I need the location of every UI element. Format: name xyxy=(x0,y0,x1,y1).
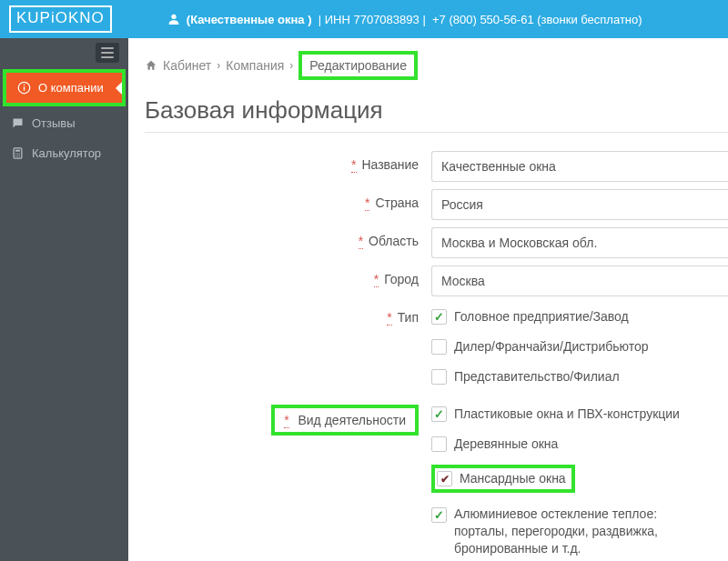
svg-point-7 xyxy=(17,154,18,155)
form-row-activity: * Вид деятельности Пластиковые окна и ПВ… xyxy=(145,401,728,561)
logo[interactable]: KUPiOKNO xyxy=(9,5,112,33)
checkbox-label: Дилер/Франчайзи/Дистрибьютор xyxy=(454,338,649,356)
header-sep: | xyxy=(312,13,325,26)
country-input[interactable] xyxy=(431,189,728,220)
checkbox[interactable] xyxy=(431,369,447,385)
hamburger-icon[interactable] xyxy=(96,43,119,63)
user-icon xyxy=(167,12,181,26)
checkbox[interactable] xyxy=(437,471,452,486)
activity-option-highlighted[interactable]: Мансардные окна xyxy=(431,460,728,501)
sidebar-item-reviews[interactable]: Отзывы xyxy=(0,108,128,138)
sidebar-item-calculator[interactable]: Калькулятор xyxy=(0,138,128,168)
checkbox-label: Головное предприятие/Завод xyxy=(454,308,629,326)
checkbox[interactable] xyxy=(431,436,447,452)
sidebar-item-label: Калькулятор xyxy=(32,146,101,160)
city-input[interactable] xyxy=(431,265,728,296)
sidebar-item-label: Отзывы xyxy=(32,116,76,130)
activity-option[interactable]: Деревянные окна xyxy=(431,431,728,461)
svg-point-8 xyxy=(19,154,20,155)
type-option[interactable]: Головное предприятие/Завод xyxy=(431,304,728,334)
sidebar-item-label: О компании xyxy=(38,81,104,95)
sidebar: О компании Отзывы Калькулятор xyxy=(0,38,128,561)
highlight-box: О компании xyxy=(3,69,126,106)
checkbox-label: Представительство/Филиал xyxy=(454,368,620,386)
breadcrumb-current: Редактирование xyxy=(298,51,418,80)
activity-option[interactable]: Алюминиевое остекление теплое: порталы, … xyxy=(431,501,728,561)
form-row-name: * Название xyxy=(145,151,728,182)
breadcrumb-item[interactable]: Компания xyxy=(226,58,284,73)
type-option[interactable]: Представительство/Филиал xyxy=(431,364,728,394)
label-type: * Тип xyxy=(145,304,431,325)
header-phone: +7 (800) 550-56-61 (звонки бесплатно) xyxy=(432,13,642,26)
chevron-right-icon: › xyxy=(289,59,293,72)
page-title: Базовая информация xyxy=(145,96,728,125)
comment-icon xyxy=(11,116,25,130)
name-input[interactable] xyxy=(431,151,728,182)
sidebar-item-about[interactable]: О компании xyxy=(6,73,122,103)
svg-point-9 xyxy=(15,155,16,156)
header-inn: ИНН 7707083893 xyxy=(325,13,420,26)
main-content: Кабинет › Компания › Редактирование Базо… xyxy=(128,38,728,561)
label-region: * Область xyxy=(145,227,431,248)
header-company-name[interactable]: (Качественные окна ) xyxy=(187,13,312,26)
form-row-city: * Город xyxy=(145,265,728,296)
checkbox[interactable] xyxy=(431,406,447,422)
checkbox[interactable] xyxy=(431,507,447,523)
home-icon[interactable] xyxy=(145,59,157,72)
header-sep: | xyxy=(420,13,432,26)
checkbox-label: Деревянные окна xyxy=(454,436,558,453)
svg-point-10 xyxy=(17,155,18,156)
checkbox-label: Мансардные окна xyxy=(460,470,566,487)
breadcrumb: Кабинет › Компания › Редактирование xyxy=(145,51,728,80)
form-row-region: * Область xyxy=(145,227,728,258)
checkbox[interactable] xyxy=(431,339,447,355)
info-icon xyxy=(17,81,31,95)
breadcrumb-item[interactable]: Кабинет xyxy=(163,58,211,73)
calculator-icon xyxy=(11,146,25,160)
svg-point-6 xyxy=(15,154,16,155)
svg-rect-2 xyxy=(24,86,25,90)
label-name: * Название xyxy=(145,151,431,172)
svg-point-11 xyxy=(19,155,20,156)
sidebar-toggle[interactable] xyxy=(0,38,128,67)
checkbox-label: Алюминиевое остекление теплое: порталы, … xyxy=(454,506,709,557)
checkbox[interactable] xyxy=(431,309,447,325)
region-input[interactable] xyxy=(431,227,728,258)
form-row-type: * Тип Головное предприятие/Завод Дилер/Ф… xyxy=(145,304,728,394)
svg-rect-5 xyxy=(15,150,20,152)
type-option[interactable]: Дилер/Франчайзи/Дистрибьютор xyxy=(431,334,728,364)
label-city: * Город xyxy=(145,265,431,286)
form-row-country: * Страна xyxy=(145,189,728,220)
top-header: KUPiOKNO (Качественные окна ) | ИНН 7707… xyxy=(0,0,728,38)
svg-point-0 xyxy=(171,15,176,19)
svg-rect-3 xyxy=(24,85,25,85)
label-country: * Страна xyxy=(145,189,431,210)
label-activity: * Вид деятельности xyxy=(145,401,431,436)
activity-option[interactable]: Пластиковые окна и ПВХ-конструкции xyxy=(431,401,728,431)
chevron-right-icon: › xyxy=(217,59,220,72)
divider xyxy=(145,132,728,133)
checkbox-label: Пластиковые окна и ПВХ-конструкции xyxy=(454,406,680,423)
